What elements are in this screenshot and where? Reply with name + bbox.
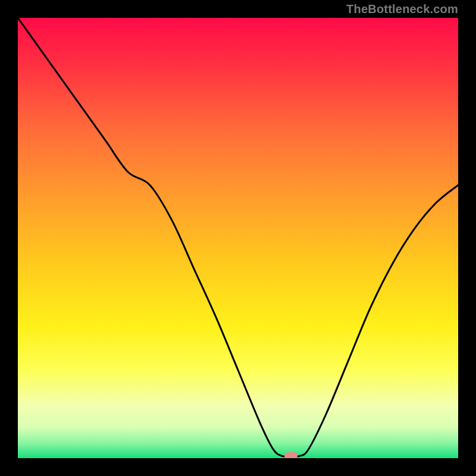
bottleneck-curve: [18, 18, 458, 458]
plot-area: [18, 18, 458, 458]
optimal-marker: [284, 452, 298, 458]
watermark-text: TheBottleneck.com: [346, 2, 458, 16]
chart-frame: TheBottleneck.com: [0, 0, 476, 476]
